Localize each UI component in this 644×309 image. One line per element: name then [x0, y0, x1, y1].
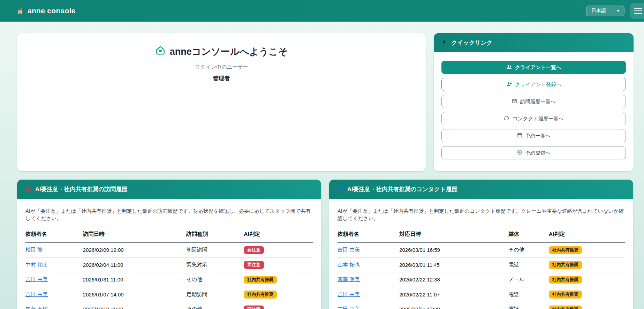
logged-in-user-name: 管理者: [17, 75, 426, 82]
visit-panel-title: AI要注意・社内共有推奨の訪問履歴: [35, 186, 127, 193]
type-cell: 電話: [508, 257, 548, 272]
visit-panel-description: AIが「要注意」または「社内共有推奨」と判定した最近の訪問履歴です。対応状況を確…: [17, 199, 321, 224]
client-name-link[interactable]: 吉田 由美: [338, 306, 360, 309]
client-name-link[interactable]: 吉田 由美: [25, 291, 48, 297]
client-name-link[interactable]: 吉田 由美: [25, 276, 48, 282]
column-header-ai-judgment: AI判定: [549, 228, 625, 242]
contact-panel-title: AI要注意・社内共有推奨のコンタクト履歴: [347, 186, 457, 193]
table-header-row: 依頼者名 訪問日時 訪問種別 AI判定: [25, 228, 313, 242]
datetime-cell: 2026/01/31 11:00: [83, 272, 187, 287]
ai-judgment-badge: 社内共有推奨: [549, 306, 582, 309]
app-logo: anne console: [16, 7, 76, 15]
table-row: 中村 翔太 2026/02/04 11:00 緊急対応 要注意: [25, 257, 313, 272]
type-cell: 緊急対応: [186, 257, 244, 272]
table-header-row: 依頼者名 対応日時 媒体 AI判定: [338, 228, 625, 242]
visit-history-panel: AI要注意・社内共有推奨の訪問履歴 AIが「要注意」または「社内共有推奨」と判定…: [17, 180, 321, 309]
chevron-down-icon: [616, 10, 620, 12]
datetime-cell: 2026/02/22 11:07: [399, 287, 508, 302]
table-row: 吉田 由美 2026/01/07 14:00 定期訪問 社内共有推奨: [25, 287, 313, 302]
ai-judgment-badge: 要注意: [244, 261, 264, 269]
table-row: 松田 隆 2026/02/09 12:00 初回訪問 要注意: [25, 242, 313, 257]
page-title: anneコンソールへようこそ: [155, 45, 288, 58]
client-name-link[interactable]: 吉田 由美: [338, 291, 360, 297]
table-row: 山本 拓也 2026/03/01 11:45 電話 社内共有推奨: [338, 257, 625, 272]
datetime-cell: 2026/03/01 11:45: [399, 257, 508, 272]
type-cell: その他: [186, 302, 244, 309]
table-row: 吉田 由美 2026/01/31 11:00 その他 社内共有推奨: [25, 272, 313, 287]
clients-list-button[interactable]: クライアント一覧へ: [441, 61, 626, 74]
datetime-cell: 2026/02/21 17:39: [399, 302, 508, 309]
ai-judgment-badge: 要注意: [244, 246, 264, 254]
hamburger-icon: [634, 8, 642, 9]
datetime-cell: 2026/03/01 16:59: [399, 242, 508, 257]
client-name-link[interactable]: 加藤 直樹: [25, 306, 48, 309]
plus-circle-icon: [517, 149, 523, 156]
ai-judgment-badge: 社内共有推奨: [244, 291, 277, 299]
contact-history-list-button[interactable]: コンタクト履歴一覧へ: [441, 112, 626, 125]
table-row: 吉田 由美 2026/02/21 17:39 電話 社内共有推奨: [338, 302, 625, 309]
ai-judgment-badge: 社内共有推奨: [244, 276, 277, 284]
column-header-client-name: 依頼者名: [338, 228, 399, 242]
ai-judgment-badge: 社内共有推奨: [549, 246, 582, 254]
language-selector-value: 日本語: [591, 8, 606, 14]
megaphone-icon: [337, 185, 343, 193]
calendar-check-icon: [512, 98, 517, 105]
client-name-link[interactable]: 松田 隆: [25, 247, 43, 253]
client-name-link[interactable]: 中村 翔太: [25, 262, 48, 267]
contact-history-panel: AI要注意・社内共有推奨のコンタクト履歴 AIが「要注意」または「社内共有推奨」…: [329, 180, 633, 309]
datetime-cell: 2025/12/18 11:00: [83, 302, 187, 309]
datetime-cell: 2026/02/22 12:38: [399, 272, 508, 287]
language-selector[interactable]: 日本語: [586, 6, 624, 16]
person-plus-icon: [506, 81, 512, 88]
contact-history-table: 依頼者名 対応日時 媒体 AI判定 吉田 由美 2026/03/01 16:59…: [338, 228, 625, 309]
type-cell: 初回訪問: [186, 242, 244, 257]
table-row: 吉田 由美 2026/03/01 16:59 その他 社内共有推奨: [338, 242, 625, 257]
visit-history-table: 依頼者名 訪問日時 訪問種別 AI判定 松田 隆 2026/02/09 12:0…: [25, 228, 313, 309]
welcome-card: anneコンソールへようこそ ログイン中のユーザー 管理者: [17, 33, 426, 171]
people-icon: [506, 64, 512, 71]
column-header-client-name: 依頼者名: [25, 228, 83, 242]
logged-in-label: ログイン中のユーザー: [17, 64, 426, 70]
hamburger-menu-button[interactable]: [630, 3, 644, 19]
house-heart-icon: [155, 45, 166, 58]
type-cell: その他: [508, 242, 548, 257]
column-header-response-datetime: 対応日時: [399, 228, 508, 242]
app-header: anne console 日本語: [0, 0, 644, 22]
reservation-register-button[interactable]: 予約登録へ: [441, 146, 626, 159]
contact-panel-header: AI要注意・社内共有推奨のコンタクト履歴: [329, 180, 633, 199]
type-cell: 電話: [508, 287, 548, 302]
datetime-cell: 2026/01/07 14:00: [83, 287, 187, 302]
type-cell: 電話: [508, 302, 548, 309]
lightning-icon: [441, 39, 447, 46]
app-title: anne console: [28, 7, 76, 15]
type-cell: その他: [186, 272, 244, 287]
quick-links-title: クイックリンク: [451, 39, 492, 47]
client-name-link[interactable]: 山本 拓也: [338, 262, 360, 267]
table-row: 加藤 直樹 2025/12/18 11:00 その他 要注意: [25, 302, 313, 309]
client-register-button[interactable]: クライアント登録へ: [441, 78, 626, 91]
reservations-list-button[interactable]: 予約一覧へ: [441, 129, 626, 142]
column-header-medium: 媒体: [508, 228, 548, 242]
type-cell: メール: [508, 272, 548, 287]
quick-links-panel: クイックリンク クライアント一覧へ: [434, 33, 634, 171]
quick-links-header: クイックリンク: [434, 33, 634, 52]
column-header-visit-type: 訪問種別: [186, 228, 244, 242]
visit-panel-header: AI要注意・社内共有推奨の訪問履歴: [17, 180, 321, 199]
ai-judgment-badge: 要注意: [244, 306, 264, 309]
chat-dots-icon: [503, 115, 509, 122]
type-cell: 定期訪問: [186, 287, 244, 302]
visit-history-list-button[interactable]: 訪問履歴一覧へ: [441, 95, 626, 108]
client-name-link[interactable]: 斎藤 明美: [338, 276, 360, 282]
contact-panel-description: AIが「要注意」または「社内共有推奨」と判定した最近のコンタクト履歴です。クレー…: [329, 199, 633, 224]
datetime-cell: 2026/02/09 12:00: [83, 242, 187, 257]
house-logo-icon: [16, 7, 24, 15]
column-header-ai-judgment: AI判定: [244, 228, 313, 242]
ai-judgment-badge: 社内共有推奨: [549, 276, 582, 284]
client-name-link[interactable]: 吉田 由美: [338, 247, 360, 253]
ai-judgment-badge: 社内共有推奨: [549, 261, 582, 269]
datetime-cell: 2026/02/04 11:00: [83, 257, 187, 272]
column-header-visit-datetime: 訪問日時: [83, 228, 187, 242]
calendar-icon: [517, 132, 523, 139]
table-row: 斎藤 明美 2026/02/22 12:38 メール 社内共有推奨: [338, 272, 625, 287]
table-row: 吉田 由美 2026/02/22 11:07 電話 社内共有推奨: [338, 287, 625, 302]
